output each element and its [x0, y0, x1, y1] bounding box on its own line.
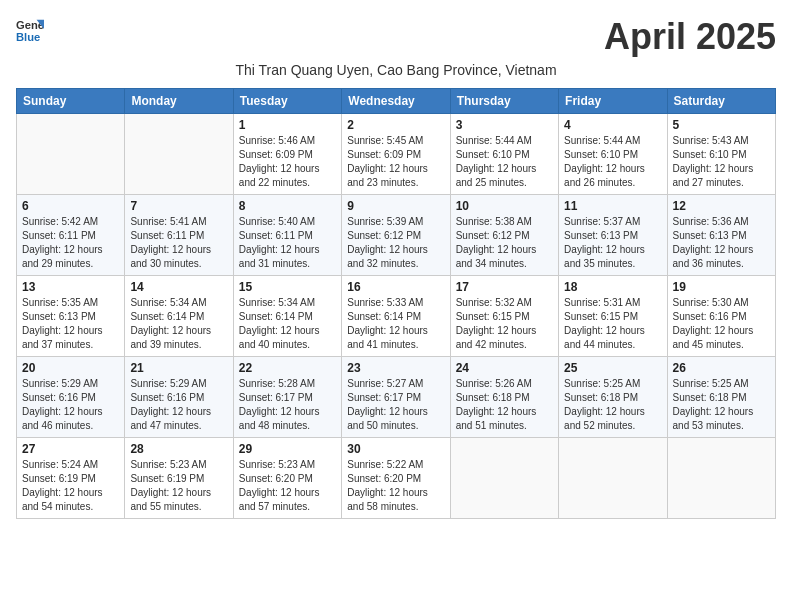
day-number: 16: [347, 280, 444, 294]
day-number: 23: [347, 361, 444, 375]
day-number: 28: [130, 442, 227, 456]
day-header-sunday: Sunday: [17, 89, 125, 114]
day-info: Sunrise: 5:25 AM Sunset: 6:18 PM Dayligh…: [673, 377, 770, 433]
calendar-cell: [667, 438, 775, 519]
day-number: 26: [673, 361, 770, 375]
day-info: Sunrise: 5:22 AM Sunset: 6:20 PM Dayligh…: [347, 458, 444, 514]
day-info: Sunrise: 5:30 AM Sunset: 6:16 PM Dayligh…: [673, 296, 770, 352]
day-info: Sunrise: 5:34 AM Sunset: 6:14 PM Dayligh…: [130, 296, 227, 352]
calendar-cell: [17, 114, 125, 195]
day-number: 6: [22, 199, 119, 213]
day-number: 12: [673, 199, 770, 213]
day-number: 22: [239, 361, 336, 375]
day-info: Sunrise: 5:23 AM Sunset: 6:19 PM Dayligh…: [130, 458, 227, 514]
day-info: Sunrise: 5:29 AM Sunset: 6:16 PM Dayligh…: [130, 377, 227, 433]
day-number: 14: [130, 280, 227, 294]
day-info: Sunrise: 5:34 AM Sunset: 6:14 PM Dayligh…: [239, 296, 336, 352]
day-info: Sunrise: 5:41 AM Sunset: 6:11 PM Dayligh…: [130, 215, 227, 271]
day-header-wednesday: Wednesday: [342, 89, 450, 114]
day-number: 11: [564, 199, 661, 213]
calendar-cell: 5Sunrise: 5:43 AM Sunset: 6:10 PM Daylig…: [667, 114, 775, 195]
day-info: Sunrise: 5:44 AM Sunset: 6:10 PM Dayligh…: [564, 134, 661, 190]
calendar-cell: 28Sunrise: 5:23 AM Sunset: 6:19 PM Dayli…: [125, 438, 233, 519]
location-subtitle: Thi Tran Quang Uyen, Cao Bang Province, …: [16, 62, 776, 78]
day-info: Sunrise: 5:38 AM Sunset: 6:12 PM Dayligh…: [456, 215, 553, 271]
day-header-thursday: Thursday: [450, 89, 558, 114]
day-number: 1: [239, 118, 336, 132]
day-info: Sunrise: 5:37 AM Sunset: 6:13 PM Dayligh…: [564, 215, 661, 271]
calendar-cell: 7Sunrise: 5:41 AM Sunset: 6:11 PM Daylig…: [125, 195, 233, 276]
day-number: 13: [22, 280, 119, 294]
day-number: 29: [239, 442, 336, 456]
calendar-cell: 13Sunrise: 5:35 AM Sunset: 6:13 PM Dayli…: [17, 276, 125, 357]
calendar-cell: 2Sunrise: 5:45 AM Sunset: 6:09 PM Daylig…: [342, 114, 450, 195]
calendar-cell: 17Sunrise: 5:32 AM Sunset: 6:15 PM Dayli…: [450, 276, 558, 357]
calendar-cell: 4Sunrise: 5:44 AM Sunset: 6:10 PM Daylig…: [559, 114, 667, 195]
day-info: Sunrise: 5:23 AM Sunset: 6:20 PM Dayligh…: [239, 458, 336, 514]
day-number: 5: [673, 118, 770, 132]
day-info: Sunrise: 5:26 AM Sunset: 6:18 PM Dayligh…: [456, 377, 553, 433]
day-number: 25: [564, 361, 661, 375]
day-number: 15: [239, 280, 336, 294]
calendar-cell: [559, 438, 667, 519]
calendar-cell: 12Sunrise: 5:36 AM Sunset: 6:13 PM Dayli…: [667, 195, 775, 276]
calendar-cell: 30Sunrise: 5:22 AM Sunset: 6:20 PM Dayli…: [342, 438, 450, 519]
logo: General Blue: [16, 16, 44, 44]
svg-text:Blue: Blue: [16, 31, 40, 43]
calendar-cell: 24Sunrise: 5:26 AM Sunset: 6:18 PM Dayli…: [450, 357, 558, 438]
calendar-cell: 19Sunrise: 5:30 AM Sunset: 6:16 PM Dayli…: [667, 276, 775, 357]
day-header-tuesday: Tuesday: [233, 89, 341, 114]
calendar-cell: 6Sunrise: 5:42 AM Sunset: 6:11 PM Daylig…: [17, 195, 125, 276]
day-info: Sunrise: 5:29 AM Sunset: 6:16 PM Dayligh…: [22, 377, 119, 433]
day-number: 18: [564, 280, 661, 294]
day-info: Sunrise: 5:36 AM Sunset: 6:13 PM Dayligh…: [673, 215, 770, 271]
calendar-cell: 29Sunrise: 5:23 AM Sunset: 6:20 PM Dayli…: [233, 438, 341, 519]
day-number: 24: [456, 361, 553, 375]
calendar-cell: 18Sunrise: 5:31 AM Sunset: 6:15 PM Dayli…: [559, 276, 667, 357]
calendar-cell: 16Sunrise: 5:33 AM Sunset: 6:14 PM Dayli…: [342, 276, 450, 357]
calendar-cell: [450, 438, 558, 519]
calendar-cell: 20Sunrise: 5:29 AM Sunset: 6:16 PM Dayli…: [17, 357, 125, 438]
calendar-cell: 10Sunrise: 5:38 AM Sunset: 6:12 PM Dayli…: [450, 195, 558, 276]
day-info: Sunrise: 5:31 AM Sunset: 6:15 PM Dayligh…: [564, 296, 661, 352]
day-info: Sunrise: 5:24 AM Sunset: 6:19 PM Dayligh…: [22, 458, 119, 514]
day-number: 9: [347, 199, 444, 213]
day-number: 19: [673, 280, 770, 294]
day-info: Sunrise: 5:43 AM Sunset: 6:10 PM Dayligh…: [673, 134, 770, 190]
page-title: April 2025: [604, 16, 776, 58]
day-number: 10: [456, 199, 553, 213]
day-number: 21: [130, 361, 227, 375]
calendar-cell: 8Sunrise: 5:40 AM Sunset: 6:11 PM Daylig…: [233, 195, 341, 276]
day-info: Sunrise: 5:46 AM Sunset: 6:09 PM Dayligh…: [239, 134, 336, 190]
calendar-cell: 27Sunrise: 5:24 AM Sunset: 6:19 PM Dayli…: [17, 438, 125, 519]
day-number: 3: [456, 118, 553, 132]
day-number: 30: [347, 442, 444, 456]
calendar-table: SundayMondayTuesdayWednesdayThursdayFrid…: [16, 88, 776, 519]
day-header-friday: Friday: [559, 89, 667, 114]
day-info: Sunrise: 5:45 AM Sunset: 6:09 PM Dayligh…: [347, 134, 444, 190]
day-header-monday: Monday: [125, 89, 233, 114]
day-number: 4: [564, 118, 661, 132]
day-number: 17: [456, 280, 553, 294]
calendar-cell: 1Sunrise: 5:46 AM Sunset: 6:09 PM Daylig…: [233, 114, 341, 195]
day-header-saturday: Saturday: [667, 89, 775, 114]
day-number: 27: [22, 442, 119, 456]
day-info: Sunrise: 5:35 AM Sunset: 6:13 PM Dayligh…: [22, 296, 119, 352]
day-info: Sunrise: 5:25 AM Sunset: 6:18 PM Dayligh…: [564, 377, 661, 433]
calendar-cell: [125, 114, 233, 195]
day-number: 7: [130, 199, 227, 213]
calendar-cell: 22Sunrise: 5:28 AM Sunset: 6:17 PM Dayli…: [233, 357, 341, 438]
calendar-cell: 26Sunrise: 5:25 AM Sunset: 6:18 PM Dayli…: [667, 357, 775, 438]
calendar-cell: 11Sunrise: 5:37 AM Sunset: 6:13 PM Dayli…: [559, 195, 667, 276]
day-info: Sunrise: 5:32 AM Sunset: 6:15 PM Dayligh…: [456, 296, 553, 352]
day-info: Sunrise: 5:28 AM Sunset: 6:17 PM Dayligh…: [239, 377, 336, 433]
day-number: 2: [347, 118, 444, 132]
calendar-cell: 3Sunrise: 5:44 AM Sunset: 6:10 PM Daylig…: [450, 114, 558, 195]
day-info: Sunrise: 5:27 AM Sunset: 6:17 PM Dayligh…: [347, 377, 444, 433]
day-info: Sunrise: 5:42 AM Sunset: 6:11 PM Dayligh…: [22, 215, 119, 271]
day-number: 20: [22, 361, 119, 375]
calendar-cell: 23Sunrise: 5:27 AM Sunset: 6:17 PM Dayli…: [342, 357, 450, 438]
calendar-cell: 15Sunrise: 5:34 AM Sunset: 6:14 PM Dayli…: [233, 276, 341, 357]
calendar-cell: 25Sunrise: 5:25 AM Sunset: 6:18 PM Dayli…: [559, 357, 667, 438]
day-info: Sunrise: 5:44 AM Sunset: 6:10 PM Dayligh…: [456, 134, 553, 190]
